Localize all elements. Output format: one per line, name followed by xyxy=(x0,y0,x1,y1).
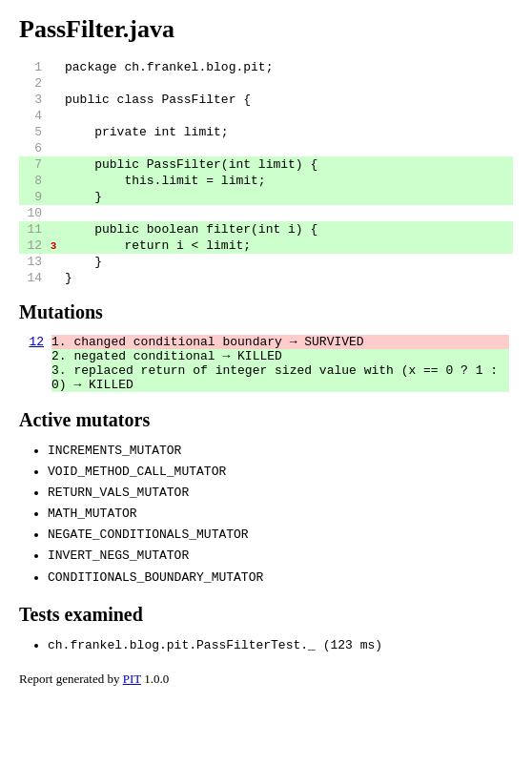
footer-prefix: Report generated by xyxy=(19,672,123,686)
active-mutators-heading: Active mutators xyxy=(19,409,513,431)
active-mutators-list: INCREMENTS_MUTATORVOID_METHOD_CALL_MUTAT… xyxy=(19,441,513,589)
line-badge xyxy=(46,173,61,189)
line-number: 11 xyxy=(19,221,46,238)
mutations-row: 12 1. changed conditional boundary → SUR… xyxy=(19,333,513,394)
line-code: } xyxy=(61,254,513,270)
line-badge xyxy=(46,59,61,75)
line-number: 7 xyxy=(19,156,46,173)
mutation-item: 3. replaced return of integer sized valu… xyxy=(51,363,509,392)
line-code xyxy=(61,108,513,124)
line-badge xyxy=(46,140,61,156)
line-badge: 3 xyxy=(46,238,61,254)
line-number: 8 xyxy=(19,173,46,189)
line-badge xyxy=(46,189,61,205)
line-code xyxy=(61,140,513,156)
mutations-items: 1. changed conditional boundary → SURVIV… xyxy=(48,333,513,394)
line-badge xyxy=(46,75,61,92)
footer: Report generated by PIT 1.0.0 xyxy=(19,672,513,687)
mutation-item: 2. negated conditional → KILLED xyxy=(51,349,509,363)
line-badge xyxy=(46,270,61,286)
line-code: public class PassFilter { xyxy=(61,92,513,108)
active-mutator-item: INCREMENTS_MUTATOR xyxy=(48,441,513,462)
line-badge xyxy=(46,221,61,238)
line-code: } xyxy=(61,189,513,205)
active-mutators-section: Active mutators INCREMENTS_MUTATORVOID_M… xyxy=(19,409,513,589)
tests-list: ch.frankel.blog.pit.PassFilterTest._ (12… xyxy=(19,635,513,656)
line-badge xyxy=(46,205,61,221)
pit-link[interactable]: PIT xyxy=(123,672,141,686)
line-number: 9 xyxy=(19,189,46,205)
line-badge xyxy=(46,92,61,108)
line-badge xyxy=(46,124,61,140)
line-code: } xyxy=(61,270,513,286)
line-number: 3 xyxy=(19,92,46,108)
line-code: package ch.frankel.blog.pit; xyxy=(61,59,513,75)
line-number: 5 xyxy=(19,124,46,140)
line-number: 14 xyxy=(19,270,46,286)
line-number: 1 xyxy=(19,59,46,75)
line-code: public boolean filter(int i) { xyxy=(61,221,513,238)
line-code: this.limit = limit; xyxy=(61,173,513,189)
footer-suffix: 1.0.0 xyxy=(141,672,169,686)
line-code: public PassFilter(int limit) { xyxy=(61,156,513,173)
active-mutator-item: INVERT_NEGS_MUTATOR xyxy=(48,546,513,567)
active-mutator-item: CONDITIONALS_BOUNDARY_MUTATOR xyxy=(48,568,513,589)
line-badge xyxy=(46,254,61,270)
line-number: 10 xyxy=(19,205,46,221)
active-mutator-item: NEGATE_CONDITIONALS_MUTATOR xyxy=(48,525,513,546)
line-badge xyxy=(46,108,61,124)
line-code: return i < limit; xyxy=(61,238,513,254)
page-title: PassFilter.java xyxy=(19,15,513,44)
active-mutator-item: VOID_METHOD_CALL_MUTATOR xyxy=(48,462,513,483)
active-mutator-item: MATH_MUTATOR xyxy=(48,504,513,525)
line-badge xyxy=(46,156,61,173)
line-number: 2 xyxy=(19,75,46,92)
line-code xyxy=(61,75,513,92)
line-code xyxy=(61,205,513,221)
mutations-line-ref[interactable]: 12 xyxy=(19,333,48,394)
line-code: private int limit; xyxy=(61,124,513,140)
line-number: 12 xyxy=(19,238,46,254)
code-table: 1package ch.frankel.blog.pit;23public cl… xyxy=(19,59,513,286)
tests-heading: Tests examined xyxy=(19,604,513,626)
mutations-table: 12 1. changed conditional boundary → SUR… xyxy=(19,333,513,394)
test-item: ch.frankel.blog.pit.PassFilterTest._ (12… xyxy=(48,635,513,656)
line-number: 6 xyxy=(19,140,46,156)
line-number: 13 xyxy=(19,254,46,270)
line-number: 4 xyxy=(19,108,46,124)
active-mutator-item: RETURN_VALS_MUTATOR xyxy=(48,483,513,504)
mutation-item: 1. changed conditional boundary → SURVIV… xyxy=(51,335,509,349)
mutations-section: Mutations 12 1. changed conditional boun… xyxy=(19,301,513,394)
mutations-heading: Mutations xyxy=(19,301,513,323)
tests-section: Tests examined ch.frankel.blog.pit.PassF… xyxy=(19,604,513,656)
